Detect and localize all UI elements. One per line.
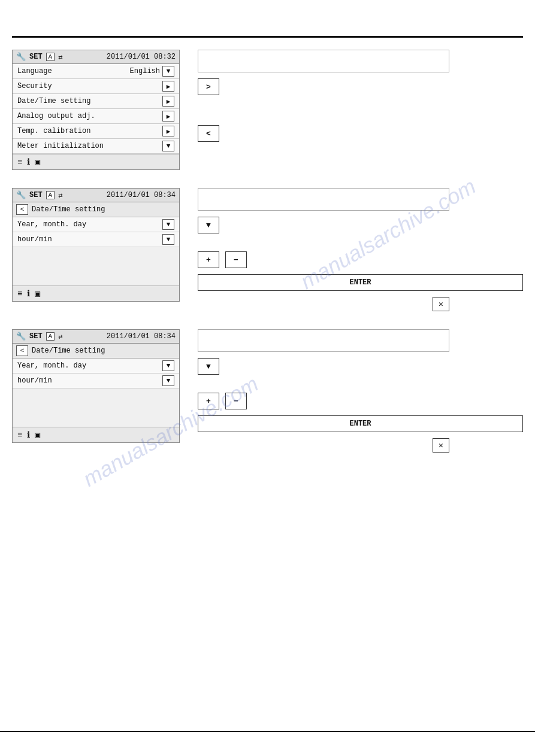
- menu-row-year-2: Year, month. day ▼: [13, 217, 179, 232]
- set-label-2: SET: [29, 191, 43, 199]
- right-panel-2: ▼ + − ENTER ✕: [198, 188, 523, 311]
- analog-arrow-btn[interactable]: ▶: [162, 111, 174, 122]
- screen-header-2: 🔧 SET A ⇄ 2011/01/01 08:34: [13, 189, 179, 202]
- security-label: Security: [17, 82, 162, 90]
- back-button-2[interactable]: <: [16, 204, 28, 215]
- usb-icon-1: ⇄: [58, 53, 62, 62]
- screen-empty-2: [13, 247, 179, 286]
- wrench-icon-3: 🔧: [16, 332, 26, 341]
- year-dropdown-btn-2[interactable]: ▼: [162, 219, 174, 230]
- list-icon-1[interactable]: ≡: [17, 157, 22, 167]
- plusminus-row-2: + −: [198, 251, 523, 268]
- screen-empty-3: [13, 388, 179, 427]
- x-button-2[interactable]: ✕: [433, 297, 449, 311]
- device-screen-1: 🔧 SET A ⇄ 2011/01/01 08:32 Language Engl…: [12, 50, 180, 170]
- back-title-2: Date/Time setting: [32, 205, 105, 214]
- down-button-3[interactable]: ▼: [198, 358, 219, 375]
- a-badge-2: A: [46, 191, 55, 199]
- menu-row-analog: Analog output adj. ▶: [13, 109, 179, 124]
- menu-row-language: Language English ▼: [13, 64, 179, 79]
- top-rule: [12, 36, 523, 38]
- menu-row-temp: Temp. calibration ▶: [13, 124, 179, 139]
- language-label: Language: [17, 67, 130, 75]
- menu-row-meter: Meter initialization ▼: [13, 139, 179, 154]
- list-icon-3[interactable]: ≡: [17, 430, 22, 440]
- section-1: 🔧 SET A ⇄ 2011/01/01 08:32 Language Engl…: [12, 50, 523, 170]
- analog-label: Analog output adj.: [17, 112, 162, 120]
- a-badge-3: A: [46, 332, 55, 341]
- menu-row-hour-3: hour/min ▼: [13, 374, 179, 388]
- datetime-1: 2011/01/01 08:32: [107, 53, 176, 61]
- section-2: 🔧 SET A ⇄ 2011/01/01 08:34 < Date/Time s…: [12, 188, 523, 311]
- info-icon-3[interactable]: ℹ: [27, 430, 30, 440]
- right-panel-1: > <: [198, 50, 523, 142]
- screen-footer-1: ≡ ℹ ▣: [13, 154, 179, 169]
- grid-icon-3[interactable]: ▣: [35, 430, 40, 440]
- year-dropdown-btn-3[interactable]: ▼: [162, 360, 174, 371]
- usb-icon-2: ⇄: [58, 191, 62, 200]
- datetime-arrow-btn[interactable]: ▶: [162, 96, 174, 107]
- hour-label-3: hour/min: [17, 377, 162, 385]
- section-3: 🔧 SET A ⇄ 2011/01/01 08:34 < Date/Time s…: [12, 329, 523, 453]
- back-button-3[interactable]: <: [16, 345, 28, 356]
- back-title-3: Date/Time setting: [32, 347, 105, 355]
- temp-label: Temp. calibration: [17, 127, 162, 135]
- plusminus-row-3: + −: [198, 393, 523, 409]
- meter-dropdown-btn[interactable]: ▼: [162, 141, 174, 151]
- enter-button-3[interactable]: ENTER: [198, 415, 523, 432]
- hour-label-2: hour/min: [17, 235, 162, 244]
- language-value: English: [130, 67, 160, 75]
- wrench-icon-1: 🔧: [16, 52, 26, 62]
- bottom-rule: [0, 731, 535, 732]
- menu-row-hour-2: hour/min ▼: [13, 232, 179, 247]
- menu-row-security: Security ▶: [13, 79, 179, 94]
- screen-footer-3: ≡ ℹ ▣: [13, 427, 179, 442]
- grid-icon-2[interactable]: ▣: [35, 289, 40, 299]
- set-label-1: SET: [29, 53, 43, 61]
- screen-header-3: 🔧 SET A ⇄ 2011/01/01 08:34: [13, 330, 179, 344]
- device-screen-3: 🔧 SET A ⇄ 2011/01/01 08:34 < Date/Time s…: [12, 329, 180, 443]
- language-dropdown-btn[interactable]: ▼: [162, 66, 174, 77]
- menu-row-datetime: Date/Time setting ▶: [13, 94, 179, 109]
- hour-dropdown-btn-3[interactable]: ▼: [162, 375, 174, 386]
- datetime-setting-label: Date/Time setting: [17, 97, 162, 105]
- enter-button-2[interactable]: ENTER: [198, 274, 523, 291]
- screen-back-row-3: < Date/Time setting: [13, 344, 179, 359]
- list-icon-2[interactable]: ≡: [17, 289, 22, 299]
- info-icon-1[interactable]: ℹ: [27, 157, 30, 167]
- plus-button-3[interactable]: +: [198, 393, 219, 409]
- down-button-2[interactable]: ▼: [198, 217, 219, 233]
- set-label-3: SET: [29, 332, 43, 341]
- info-icon-2[interactable]: ℹ: [27, 289, 30, 299]
- right-panel-3: ▼ + − ENTER ✕: [198, 329, 523, 453]
- screen-back-row-2: < Date/Time setting: [13, 202, 179, 217]
- prev-button-1[interactable]: <: [198, 125, 219, 142]
- usb-icon-3: ⇄: [58, 332, 62, 341]
- wrench-icon-2: 🔧: [16, 190, 26, 200]
- minus-button-3[interactable]: −: [225, 393, 247, 409]
- hour-dropdown-btn-2[interactable]: ▼: [162, 234, 174, 245]
- datetime-3: 2011/01/01 08:34: [107, 332, 176, 341]
- next-button-1[interactable]: >: [198, 78, 219, 95]
- annotation-box-1: [198, 50, 449, 72]
- minus-button-2[interactable]: −: [225, 251, 247, 268]
- screen-footer-2: ≡ ℹ ▣: [13, 286, 179, 301]
- grid-icon-1[interactable]: ▣: [35, 157, 40, 167]
- year-label-2: Year, month. day: [17, 220, 162, 229]
- screen-header-1: 🔧 SET A ⇄ 2011/01/01 08:32: [13, 50, 179, 64]
- x-button-3[interactable]: ✕: [433, 438, 449, 453]
- menu-row-year-3: Year, month. day ▼: [13, 359, 179, 374]
- annotation-box-3: [198, 329, 449, 352]
- annotation-box-2: [198, 188, 449, 211]
- datetime-2: 2011/01/01 08:34: [107, 191, 176, 199]
- device-screen-2: 🔧 SET A ⇄ 2011/01/01 08:34 < Date/Time s…: [12, 188, 180, 302]
- meter-label: Meter initialization: [17, 142, 162, 150]
- security-arrow-btn[interactable]: ▶: [162, 81, 174, 92]
- plus-button-2[interactable]: +: [198, 251, 219, 268]
- a-badge-1: A: [46, 53, 55, 61]
- year-label-3: Year, month. day: [17, 362, 162, 370]
- temp-arrow-btn[interactable]: ▶: [162, 126, 174, 136]
